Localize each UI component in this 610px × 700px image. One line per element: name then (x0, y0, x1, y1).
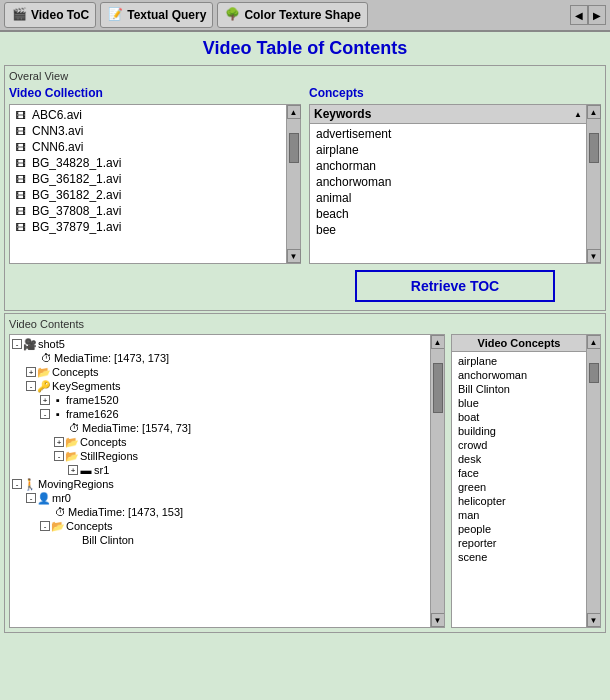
tree-item[interactable]: +📂Concepts (12, 365, 428, 379)
tree-item[interactable]: -▪frame1626 (12, 407, 428, 421)
file-icon: 🎞 (14, 188, 28, 202)
color-texture-button[interactable]: 🌳 Color Texture Shape (217, 2, 367, 28)
keyword-item[interactable]: bee (312, 222, 584, 238)
video-concept-item[interactable]: reporter (454, 536, 584, 550)
video-concept-item[interactable]: people (454, 522, 584, 536)
tree-node-icon: 👤 (38, 492, 50, 504)
video-collection-item[interactable]: 🎞CNN3.avi (12, 123, 284, 139)
expand-icon[interactable]: + (68, 465, 78, 475)
vc-scroll-thumb[interactable] (589, 363, 599, 383)
video-concept-item[interactable]: Bill Clinton (454, 382, 584, 396)
keyword-item[interactable]: animal (312, 190, 584, 206)
tree-scroll-down[interactable]: ▼ (431, 613, 445, 627)
tree-item[interactable]: -🔑KeySegments (12, 379, 428, 393)
tree-item[interactable]: -📂StillRegions (12, 449, 428, 463)
scroll-thumb[interactable] (289, 133, 299, 163)
tree-item[interactable]: ⏱MediaTime: [1473, 153] (12, 505, 428, 519)
tree-item[interactable]: -🚶MovingRegions (12, 477, 428, 491)
expand-icon[interactable]: - (12, 339, 22, 349)
video-concept-item[interactable]: blue (454, 396, 584, 410)
video-collection-listbox: 🎞ABC6.avi🎞CNN3.avi🎞CNN6.avi🎞BG_34828_1.a… (9, 104, 301, 264)
tree-node-label: mr0 (52, 492, 71, 504)
sort-icon: ▲ (574, 110, 582, 119)
video-collection-item[interactable]: 🎞ABC6.avi (12, 107, 284, 123)
tree-node-label: MediaTime: [1473, 153] (68, 506, 183, 518)
textual-query-button[interactable]: 📝 Textual Query (100, 2, 213, 28)
tree-node-icon: 🚶 (24, 478, 36, 490)
video-concept-item[interactable]: airplane (454, 354, 584, 368)
vc-scroll-down[interactable]: ▼ (587, 613, 601, 627)
tree-item[interactable]: +▪frame1520 (12, 393, 428, 407)
video-concept-item[interactable]: face (454, 466, 584, 480)
file-icon: 🎞 (14, 156, 28, 170)
nav-left-arrow[interactable]: ◀ (570, 5, 588, 25)
expand-icon[interactable]: + (54, 437, 64, 447)
keywords-scrollbar[interactable]: ▲ ▼ (586, 105, 600, 263)
keyword-item[interactable]: anchorman (312, 158, 584, 174)
tree-item[interactable]: +▬sr1 (12, 463, 428, 477)
video-collection-item[interactable]: 🎞BG_37879_1.avi (12, 219, 284, 235)
video-concept-item[interactable]: green (454, 480, 584, 494)
video-collection-scrollbar[interactable]: ▲ ▼ (286, 105, 300, 263)
tree-item[interactable]: -🎥shot5 (12, 337, 428, 351)
video-concept-item[interactable]: anchorwoman (454, 368, 584, 382)
expand-icon[interactable]: - (26, 493, 36, 503)
video-concept-item[interactable]: building (454, 424, 584, 438)
tree-scroll-thumb[interactable] (433, 363, 443, 413)
expand-icon[interactable]: - (12, 479, 22, 489)
retrieve-toc-button[interactable]: Retrieve TOC (355, 270, 555, 302)
expand-icon[interactable]: - (26, 381, 36, 391)
expand-icon[interactable]: - (40, 409, 50, 419)
tree-scroll-up[interactable]: ▲ (431, 335, 445, 349)
scroll-down-arrow[interactable]: ▼ (287, 249, 301, 263)
kw-scroll-down[interactable]: ▼ (587, 249, 601, 263)
tree-item[interactable]: ⏱MediaTime: [1473, 173] (12, 351, 428, 365)
video-concept-item[interactable]: boat (454, 410, 584, 424)
color-texture-label: Color Texture Shape (244, 8, 360, 22)
concepts-title: Concepts (309, 86, 601, 100)
keyword-item[interactable]: advertisement (312, 126, 584, 142)
tree-node-icon: 📂 (38, 366, 50, 378)
page-title: Video Table of Contents (0, 32, 610, 63)
tree-node-label: Concepts (80, 436, 126, 448)
video-collection-item[interactable]: 🎞BG_36182_1.avi (12, 171, 284, 187)
contents-body: -🎥shot5⏱MediaTime: [1473, 173]+📂Concepts… (9, 334, 601, 628)
video-concept-item[interactable]: helicopter (454, 494, 584, 508)
tree-item[interactable]: +📂Concepts (12, 435, 428, 449)
kw-scroll-thumb[interactable] (589, 133, 599, 163)
video-collection-item[interactable]: 🎞BG_37808_1.avi (12, 203, 284, 219)
video-concepts-scrollbar[interactable]: ▲ ▼ (586, 335, 600, 627)
video-toc-button[interactable]: 🎬 Video ToC (4, 2, 96, 28)
keyword-item[interactable]: airplane (312, 142, 584, 158)
tree-scrollbar[interactable]: ▲ ▼ (430, 335, 444, 627)
video-collection-item[interactable]: 🎞BG_34828_1.avi (12, 155, 284, 171)
kw-scroll-up[interactable]: ▲ (587, 105, 601, 119)
tree-item[interactable]: -👤mr0 (12, 491, 428, 505)
video-concept-item[interactable]: man (454, 508, 584, 522)
video-concept-item[interactable]: crowd (454, 438, 584, 452)
tree-node-label: frame1520 (66, 394, 119, 406)
video-concept-item[interactable]: desk (454, 452, 584, 466)
expand-icon[interactable]: + (26, 367, 36, 377)
video-concept-item[interactable]: scene (454, 550, 584, 564)
expand-icon[interactable]: - (54, 451, 64, 461)
vc-scroll-up[interactable]: ▲ (587, 335, 601, 349)
tree-item[interactable]: ⏱MediaTime: [1574, 73] (12, 421, 428, 435)
expand-icon[interactable]: + (40, 395, 50, 405)
tree-item[interactable]: Bill Clinton (12, 533, 428, 547)
keywords-listbox: Keywords ▲ advertisementairplaneanchorma… (309, 104, 601, 264)
nav-right-arrow[interactable]: ▶ (588, 5, 606, 25)
file-icon: 🎞 (14, 172, 28, 186)
tree-node-label: MovingRegions (38, 478, 114, 490)
overview-section: Overal View Video Collection 🎞ABC6.avi🎞C… (4, 65, 606, 311)
video-collection-item[interactable]: 🎞BG_36182_2.avi (12, 187, 284, 203)
video-collection-item[interactable]: 🎞CNN6.avi (12, 139, 284, 155)
file-icon: 🎞 (14, 204, 28, 218)
tree-node-icon: ▪ (52, 408, 64, 420)
tree-item[interactable]: -📂Concepts (12, 519, 428, 533)
expand-icon[interactable]: - (40, 521, 50, 531)
keyword-item[interactable]: anchorwoman (312, 174, 584, 190)
scroll-up-arrow[interactable]: ▲ (287, 105, 301, 119)
keywords-header: Keywords ▲ (310, 105, 586, 124)
keyword-item[interactable]: beach (312, 206, 584, 222)
